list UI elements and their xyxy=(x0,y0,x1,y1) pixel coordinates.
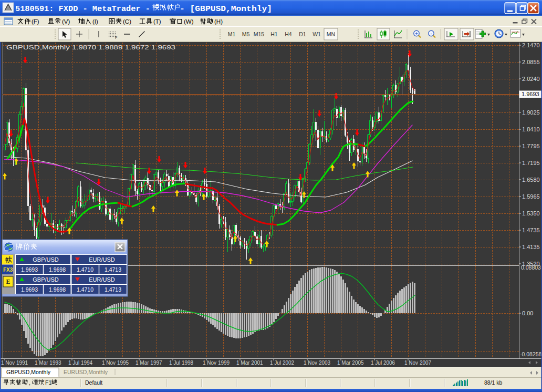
svg-text:(I): (I) xyxy=(92,18,98,25)
svg-text:1.9698: 1.9698 xyxy=(49,286,66,293)
svg-text:,: , xyxy=(29,379,30,386)
svg-text:1.9025: 1.9025 xyxy=(522,109,540,116)
svg-text:-: - xyxy=(430,30,432,36)
svg-text:D1: D1 xyxy=(299,31,306,37)
svg-text:1.4710: 1.4710 xyxy=(77,266,93,273)
svg-text:1.5350: 1.5350 xyxy=(522,210,540,216)
svg-text:1 Jul 2006: 1 Jul 2006 xyxy=(371,360,395,366)
svg-text:1 Nov 2007: 1 Nov 2007 xyxy=(404,360,432,366)
svg-text:1 Nov 1995: 1 Nov 1995 xyxy=(102,360,129,366)
svg-text:1.4713: 1.4713 xyxy=(105,266,121,273)
svg-text:2.1470: 2.1470 xyxy=(522,42,540,48)
svg-text:1 Jul 1998: 1 Jul 1998 xyxy=(169,360,194,366)
svg-text:5180591: FXDD - MetaTrader -: 5180591: FXDD - MetaTrader - xyxy=(15,5,150,13)
svg-text:2.0240: 2.0240 xyxy=(522,76,540,82)
svg-text:(T): (T) xyxy=(153,18,161,25)
svg-text:1.4713: 1.4713 xyxy=(105,286,121,293)
svg-text:FX3: FX3 xyxy=(3,267,13,273)
svg-text:GBP/USD: GBP/USD xyxy=(33,276,59,283)
svg-text:EUR/USD: EUR/USD xyxy=(89,256,115,263)
svg-text:MN: MN xyxy=(327,31,335,37)
svg-text:1 Mar 2001: 1 Mar 2001 xyxy=(236,360,263,366)
svg-text:M5: M5 xyxy=(242,31,250,37)
svg-text:1.4710: 1.4710 xyxy=(77,286,93,293)
svg-text:1.6580: 1.6580 xyxy=(522,177,540,183)
svg-text:M15: M15 xyxy=(254,31,265,37)
svg-text:1.4735: 1.4735 xyxy=(522,227,540,233)
svg-text:1.7195: 1.7195 xyxy=(522,160,540,166)
svg-text:1 Nov 2003: 1 Nov 2003 xyxy=(304,360,331,366)
svg-text:- [GBPUSD,Monthly]: - [GBPUSD,Monthly] xyxy=(180,5,272,13)
svg-text:Default: Default xyxy=(85,379,102,386)
svg-text:E: E xyxy=(6,278,10,285)
svg-text:GBPUSD,Monthly: GBPUSD,Monthly xyxy=(6,369,51,375)
svg-text:0.08803: 0.08803 xyxy=(521,264,541,271)
svg-text:0.00: 0.00 xyxy=(522,310,533,316)
svg-text:GBP/USD: GBP/USD xyxy=(33,256,59,263)
svg-text:2.0855: 2.0855 xyxy=(522,59,540,65)
svg-text:88/1 kb: 88/1 kb xyxy=(484,379,503,386)
svg-text:(C): (C) xyxy=(123,18,131,25)
svg-text:1 Mar 1997: 1 Mar 1997 xyxy=(136,360,162,366)
svg-text:EUR/USD: EUR/USD xyxy=(89,276,115,283)
svg-text:(F): (F) xyxy=(32,18,39,25)
svg-text:1 Nov 1999: 1 Nov 1999 xyxy=(203,360,230,366)
svg-text:EURUSD,Monthly: EURUSD,Monthly xyxy=(64,369,108,375)
svg-text:F1: F1 xyxy=(45,379,51,386)
svg-text:1.4135: 1.4135 xyxy=(522,244,540,250)
svg-text:1.8410: 1.8410 xyxy=(522,126,540,132)
svg-text:1 Nov 1991: 1 Nov 1991 xyxy=(1,360,28,366)
svg-text:H1: H1 xyxy=(270,31,278,37)
svg-text:(W): (W) xyxy=(184,18,194,25)
svg-text:1.5965: 1.5965 xyxy=(522,193,540,200)
svg-text:1 Jul 1994: 1 Jul 1994 xyxy=(68,360,93,366)
svg-text:+: + xyxy=(415,30,418,36)
svg-text:1.9693: 1.9693 xyxy=(21,266,38,273)
svg-text:W1: W1 xyxy=(312,31,321,37)
svg-text:H4: H4 xyxy=(285,31,292,37)
svg-text:F: F xyxy=(115,36,117,39)
svg-text:1.9693: 1.9693 xyxy=(21,286,38,293)
svg-text:1 Mar 2005: 1 Mar 2005 xyxy=(337,360,364,366)
svg-text:1 Mar 1993: 1 Mar 1993 xyxy=(35,360,61,366)
svg-text:1.7795: 1.7795 xyxy=(522,143,540,149)
svg-text:M1: M1 xyxy=(228,31,236,37)
svg-text:1.9698: 1.9698 xyxy=(49,266,66,273)
svg-text:(V): (V) xyxy=(62,18,70,25)
svg-text:(H): (H) xyxy=(214,18,223,25)
svg-text:1.9693: 1.9693 xyxy=(522,91,539,97)
svg-text:GBPUSD,Monthly 1.9870 1.9889: GBPUSD,Monthly 1.9870 1.9889 1.9672 1.96… xyxy=(6,44,175,50)
svg-text:1 Jul 2002: 1 Jul 2002 xyxy=(270,360,295,366)
svg-text:-0.08258: -0.08258 xyxy=(520,351,542,357)
